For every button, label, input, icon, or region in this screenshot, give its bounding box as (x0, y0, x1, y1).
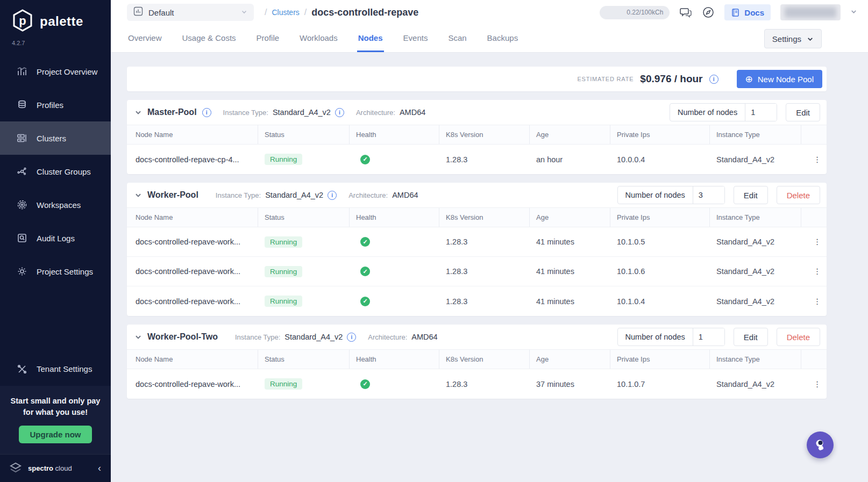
col-instance-type: Instance Type (710, 208, 801, 227)
promo-text-line1: Start small and only pay (8, 395, 103, 407)
node-age: 41 minutes (530, 257, 610, 286)
docs-button[interactable]: Docs (724, 4, 771, 20)
instance-type-value: Standard_A4_v2 (284, 333, 343, 341)
col-node-name: Node Name (127, 350, 258, 369)
breadcrumb-separator: / (265, 8, 267, 17)
sidebar: p palette 4.2.7 Project Overview Profile… (0, 0, 111, 482)
info-icon[interactable]: i (347, 333, 356, 342)
node-row[interactable]: docs-controlled-repave-work... Running ✓… (127, 286, 827, 316)
number-of-nodes-input[interactable] (745, 104, 777, 121)
table-header-row: Node Name Status Health K8s Version Age … (127, 125, 827, 145)
sidebar-item-project-settings[interactable]: Project Settings (0, 255, 111, 288)
instance-type: Standard_A4_v2 (710, 227, 801, 256)
node-age: an hour (530, 145, 610, 174)
sidebar-item-label: Profiles (37, 100, 63, 110)
info-icon[interactable]: i (709, 75, 718, 84)
user-menu[interactable] (780, 4, 841, 20)
chevron-down-icon[interactable] (134, 333, 142, 341)
info-icon[interactable]: i (335, 108, 344, 117)
row-menu-icon[interactable]: ⋮ (801, 257, 827, 286)
estimated-rate-label: ESTIMATED RATE (577, 76, 634, 82)
col-instance-type: Instance Type (710, 125, 801, 144)
node-age: 37 minutes (530, 369, 610, 399)
sidebar-footer: spectro cloud ‹ (0, 454, 111, 482)
health-ok-icon: ✓ (360, 297, 370, 306)
breadcrumb-current-cluster: docs-controlled-repave (311, 7, 418, 18)
usage-meter: 0.22/100kCh (600, 6, 670, 19)
sidebar-item-workspaces[interactable]: Workspaces (0, 188, 111, 221)
edit-button[interactable]: Edit (734, 186, 768, 204)
node-row[interactable]: docs-controlled-repave-cp-4... Running ✓… (127, 145, 827, 174)
sidebar-item-project-overview[interactable]: Project Overview (0, 55, 111, 88)
promo-text-line2: for what you use! (8, 407, 103, 418)
tab-usage-costs[interactable]: Usage & Costs (181, 25, 237, 52)
number-of-nodes-input[interactable] (693, 328, 724, 346)
node-row[interactable]: docs-controlled-repave-work... Running ✓… (127, 227, 827, 257)
col-node-name: Node Name (127, 208, 258, 227)
row-menu-icon[interactable]: ⋮ (801, 145, 827, 174)
chevron-down-icon[interactable] (850, 8, 857, 17)
sidebar-nav: Project Overview Profiles Clusters Clust… (0, 55, 111, 288)
settings-button[interactable]: Settings (764, 29, 822, 48)
workspaces-icon (16, 199, 28, 211)
delete-button[interactable]: Delete (777, 328, 820, 346)
upgrade-now-button[interactable]: Upgrade now (19, 426, 91, 443)
sidebar-item-label: Tenant Settings (37, 364, 92, 373)
tab-nodes[interactable]: Nodes (357, 25, 384, 52)
new-node-pool-button[interactable]: ⊕ New Node Pool (737, 70, 822, 88)
breadcrumb-clusters-link[interactable]: Clusters (272, 8, 299, 17)
node-row[interactable]: docs-controlled-repave-work... Running ✓… (127, 257, 827, 286)
sidebar-item-clusters[interactable]: Clusters (0, 121, 111, 155)
chevron-down-icon[interactable] (134, 191, 142, 199)
chevron-down-icon[interactable] (134, 109, 142, 116)
sidebar-collapse-icon[interactable]: ‹ (98, 463, 101, 474)
number-of-nodes-input[interactable] (693, 186, 724, 204)
row-menu-icon[interactable]: ⋮ (801, 227, 827, 256)
sidebar-item-profiles[interactable]: Profiles (0, 88, 111, 121)
sidebar-item-label: Workspaces (37, 200, 81, 210)
delete-button[interactable]: Delete (777, 186, 820, 204)
tab-profile[interactable]: Profile (255, 25, 281, 52)
k8s-version: 1.28.3 (439, 369, 530, 399)
instance-type-label: Instance Type: (235, 333, 280, 341)
row-menu-icon[interactable]: ⋮ (801, 369, 827, 399)
edit-button[interactable]: Edit (734, 328, 768, 346)
col-status: Status (258, 350, 350, 369)
tab-overview[interactable]: Overview (127, 25, 163, 52)
instance-type-value: Standard_A4_v2 (265, 191, 323, 199)
main-area: Default / Clusters / docs-controlled-rep… (111, 0, 868, 482)
assistant-fab-button[interactable] (807, 431, 834, 458)
tab-events[interactable]: Events (402, 25, 429, 52)
nodes-content: ESTIMATED RATE $0.976 / hour i ⊕ New Nod… (111, 53, 868, 482)
chat-icon[interactable] (679, 6, 692, 19)
audit-log-icon (16, 232, 28, 244)
info-icon[interactable]: i (328, 191, 337, 200)
tab-workloads[interactable]: Workloads (298, 25, 339, 52)
edit-button[interactable]: Edit (786, 103, 820, 121)
sidebar-item-cluster-groups[interactable]: Cluster Groups (0, 155, 111, 188)
info-icon[interactable]: i (202, 108, 211, 117)
row-menu-icon[interactable]: ⋮ (801, 286, 827, 316)
node-name: docs-controlled-repave-work... (127, 369, 258, 399)
node-row[interactable]: docs-controlled-repave-work... Running ✓… (127, 369, 827, 399)
tab-scan[interactable]: Scan (447, 25, 467, 52)
compass-icon[interactable] (702, 6, 715, 19)
architecture-value: AMD64 (392, 191, 418, 199)
status-badge: Running (265, 378, 302, 390)
architecture-label: Architecture: (356, 109, 395, 117)
k8s-version: 1.28.3 (439, 286, 530, 316)
col-actions (801, 125, 827, 144)
layers-icon (16, 99, 28, 111)
brand-name-bold: spectro (28, 464, 53, 472)
logo-block: p palette 4.2.7 (0, 0, 111, 46)
col-private-ips: Private Ips (610, 125, 710, 144)
project-selector[interactable]: Default (127, 4, 254, 21)
node-pool-card-worker-two: Worker-Pool-Two Instance Type: Standard_… (127, 325, 827, 399)
number-of-nodes-label: Number of nodes (618, 328, 693, 346)
sidebar-item-audit-logs[interactable]: Audit Logs (0, 221, 111, 255)
node-name: docs-controlled-repave-work... (127, 286, 258, 316)
sidebar-item-tenant-settings[interactable]: Tenant Settings (0, 352, 111, 386)
tab-backups[interactable]: Backups (486, 25, 520, 52)
private-ip: 10.0.0.4 (610, 145, 710, 174)
number-of-nodes-label: Number of nodes (618, 186, 693, 204)
